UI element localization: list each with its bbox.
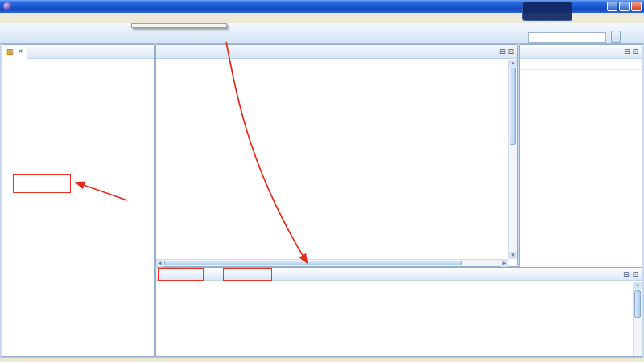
restore-button[interactable] xyxy=(619,2,630,11)
editor-vertical-scrollbar[interactable]: ▲ ▼ xyxy=(508,60,517,259)
scroll-up-icon[interactable]: ▲ xyxy=(634,282,642,289)
tab-project-explorer[interactable]: ▨ ✕ xyxy=(2,45,27,59)
quick-access-input[interactable] xyxy=(528,32,606,43)
eclipse-logo-icon xyxy=(3,2,11,10)
close-icon[interactable]: ✕ xyxy=(19,48,23,55)
project-menu-dropdown xyxy=(131,23,227,28)
editor-horizontal-scrollbar[interactable]: ◄ ► xyxy=(156,259,508,266)
window-controls xyxy=(607,2,642,11)
project-explorer-panel: ▨ ✕ xyxy=(2,44,155,357)
project-tree[interactable] xyxy=(2,60,154,356)
perspective-bar xyxy=(609,31,621,43)
maximize-view-icon[interactable]: ⊡ xyxy=(632,270,638,278)
close-button[interactable] xyxy=(631,2,642,11)
scrollbar-thumb[interactable] xyxy=(634,290,641,318)
console-title xyxy=(156,281,642,290)
console-tabbar: ⊟ ⊡ xyxy=(156,268,642,281)
scroll-down-icon[interactable]: ▼ xyxy=(509,252,517,259)
scroll-right-icon[interactable]: ► xyxy=(501,260,508,267)
maximize-view-icon[interactable]: ⊡ xyxy=(507,47,514,56)
editor-panel: ⊟ ⊡ ▲ ▼ ◄ ► xyxy=(155,44,518,267)
minimize-view-icon[interactable]: ⊟ xyxy=(623,270,630,278)
scrollbar-thumb[interactable] xyxy=(510,68,516,145)
maximize-view-icon[interactable]: ⊡ xyxy=(632,47,638,56)
project-explorer-icon: ▨ xyxy=(6,47,14,56)
scroll-left-icon[interactable]: ◄ xyxy=(156,260,163,267)
console-scrollbar[interactable]: ▲ xyxy=(633,282,642,356)
outline-list[interactable] xyxy=(520,70,642,72)
explorer-tabbar: ▨ ✕ xyxy=(2,45,154,59)
editor-tabbar: ⊟ ⊡ xyxy=(156,45,517,59)
minimize-view-icon[interactable]: ⊟ xyxy=(624,47,630,56)
minimize-view-icon[interactable]: ⊟ xyxy=(499,47,506,56)
code-editor[interactable] xyxy=(156,60,508,259)
outline-toolbar xyxy=(520,59,642,70)
perspective-button-cpp[interactable] xyxy=(611,31,621,43)
outline-tabbar: ⊟ ⊡ xyxy=(520,45,642,59)
console-panel: ⊟ ⊡ ▲ xyxy=(155,267,642,357)
minimize-button[interactable] xyxy=(607,2,617,11)
scrollbar-thumb[interactable] xyxy=(164,261,462,265)
status-bar xyxy=(0,357,644,362)
ime-toolbar[interactable] xyxy=(522,2,572,21)
scroll-up-icon[interactable]: ▲ xyxy=(509,60,517,67)
